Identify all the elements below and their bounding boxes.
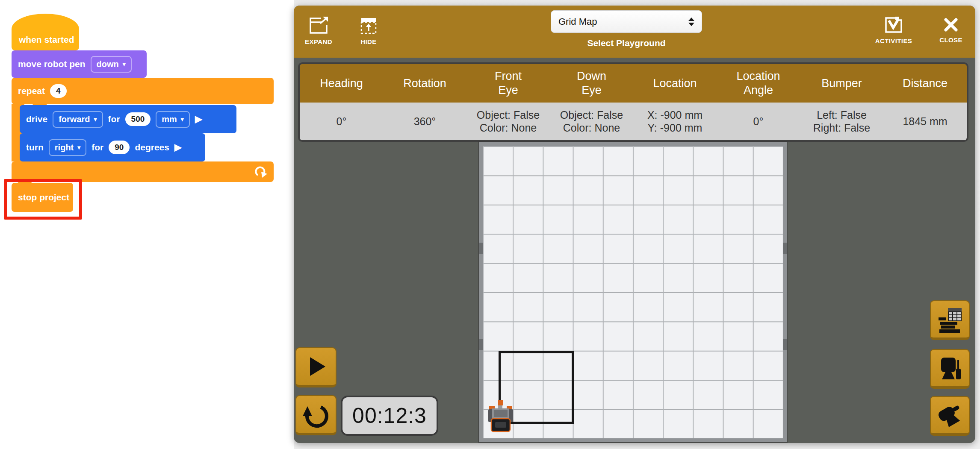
turn-unit-label: degrees (135, 142, 169, 153)
select-playground-caption: Select Playground (551, 38, 702, 48)
reset-button[interactable] (295, 395, 337, 435)
val-bumper: Left: False Right: False (800, 103, 883, 140)
sensor-table-values: 0° 360° Object: False Color: None Object… (300, 103, 967, 140)
drive-direction-dropdown[interactable]: forward ▾ (53, 111, 103, 128)
expand-label: EXPAND (305, 38, 332, 45)
chevron-down-icon: ▾ (94, 116, 97, 122)
hide-label: HIDE (360, 38, 376, 45)
hide-button[interactable]: HIDE (353, 17, 384, 45)
block-turn[interactable]: turn right ▾ for 90 degrees ▶ (20, 133, 205, 161)
activities-label: ACTIVITIES (875, 37, 912, 44)
pen-direction-dropdown[interactable]: down ▾ (91, 56, 132, 73)
repeat-label: repeat (18, 86, 45, 96)
turn-degrees-input[interactable]: 90 (109, 141, 130, 154)
block-move-robot-pen[interactable]: move robot pen down ▾ (12, 50, 147, 78)
col-distance: Distance (883, 64, 967, 103)
repeat-count-input[interactable]: 4 (50, 84, 67, 98)
camera-view-button[interactable] (930, 396, 970, 436)
activities-checklist-icon (883, 16, 904, 34)
col-location-angle: Location Angle (717, 64, 800, 103)
loop-arrow-icon (254, 165, 267, 178)
robot-sprite[interactable] (488, 398, 513, 434)
close-label: CLOSE (939, 36, 962, 44)
block-when-started[interactable]: when started (12, 14, 79, 50)
activities-button[interactable]: ACTIVITIES (872, 16, 915, 44)
field-notch (783, 243, 787, 254)
val-location-angle: 0° (717, 103, 800, 140)
col-bumper: Bumper (800, 64, 883, 103)
dashboard-toggle-button[interactable] (930, 300, 970, 340)
highlight-annotation-box (4, 179, 82, 220)
val-heading: 0° (300, 103, 383, 140)
play-button[interactable] (295, 347, 337, 387)
col-rotation: Rotation (383, 64, 466, 103)
col-down-eye: Down Eye (550, 64, 633, 103)
playground-select-value: Grid Map (558, 16, 688, 27)
val-rotation: 360° (383, 103, 466, 140)
camera-icon (937, 402, 963, 428)
grid-map-field (479, 142, 787, 442)
drive-label: drive (26, 114, 47, 124)
turn-for-label: for (92, 142, 103, 153)
col-front-eye: Front Eye (466, 64, 550, 103)
timer-display: 00:12:3 (341, 396, 438, 436)
expand-window-icon (308, 17, 329, 35)
robot-pen-view-button[interactable] (930, 349, 970, 389)
sensor-table-header: Heading Rotation Front Eye Down Eye Loca… (300, 64, 967, 103)
select-updown-icon (688, 18, 694, 26)
val-front-eye: Object: False Color: None (466, 103, 550, 140)
drive-for-label: for (108, 114, 120, 124)
dashboard-icon (937, 306, 963, 333)
move-pen-label: move robot pen (18, 59, 86, 69)
close-button[interactable]: CLOSE (937, 17, 965, 44)
field-notch (479, 243, 483, 254)
turn-direction-value: right (55, 143, 74, 153)
val-location: X: -900 mm Y: -900 mm (633, 103, 717, 140)
field-notch (783, 339, 787, 350)
play-icon (302, 353, 330, 380)
blocks-workspace[interactable]: when started move robot pen down ▾ repea… (0, 0, 294, 449)
chevron-down-icon: ▾ (123, 61, 126, 67)
turn-label: turn (26, 142, 44, 153)
expand-arrow-icon[interactable]: ▶ (195, 114, 202, 125)
pen-direction-value: down (97, 59, 119, 69)
playground-panel: EXPAND HIDE Grid Map Select Playground (294, 6, 975, 443)
screen: when started move robot pen down ▾ repea… (0, 0, 980, 449)
drive-unit-dropdown[interactable]: mm ▾ (156, 111, 190, 128)
chevron-down-icon: ▾ (77, 144, 80, 150)
reset-icon (302, 400, 330, 428)
expand-arrow-icon[interactable]: ▶ (174, 142, 182, 153)
drive-distance-input[interactable]: 500 (125, 112, 151, 126)
block-repeat[interactable]: repeat 4 (12, 78, 274, 104)
chevron-down-icon: ▾ (181, 116, 184, 122)
val-down-eye: Object: False Color: None (550, 103, 633, 140)
robot-pen-icon (937, 355, 963, 382)
when-started-label: when started (19, 35, 74, 45)
drive-direction-value: forward (59, 114, 90, 124)
expand-button[interactable]: EXPAND (303, 17, 334, 45)
playground-select[interactable]: Grid Map (551, 10, 702, 33)
turn-direction-dropdown[interactable]: right ▾ (49, 139, 86, 156)
hide-panel-icon (359, 17, 378, 35)
close-icon (943, 17, 959, 33)
col-heading: Heading (300, 64, 383, 103)
val-distance: 1845 mm (883, 103, 967, 140)
block-drive[interactable]: drive forward ▾ for 500 mm ▾ ▶ (20, 105, 236, 133)
playground-toolbar: EXPAND HIDE Grid Map Select Playground (294, 6, 975, 58)
sensor-dashboard-table: Heading Rotation Front Eye Down Eye Loca… (298, 62, 968, 142)
field-notch (479, 339, 483, 350)
col-location: Location (633, 64, 717, 103)
drive-unit-value: mm (162, 114, 177, 124)
